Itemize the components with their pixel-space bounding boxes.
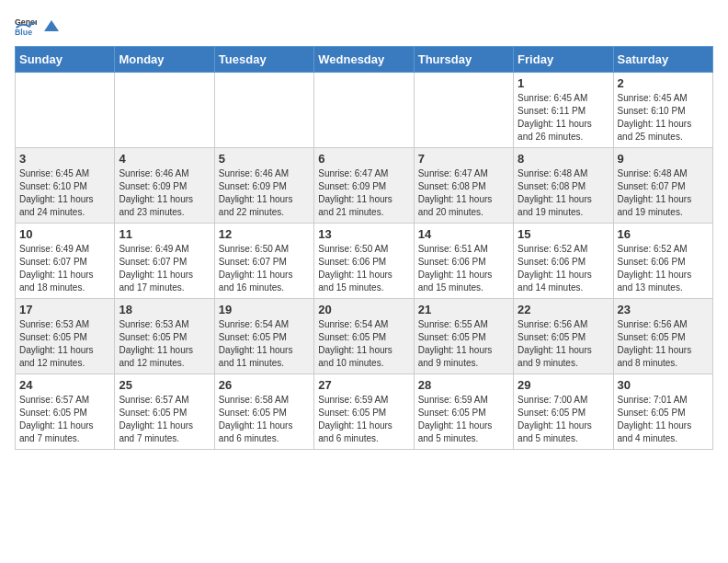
calendar-cell: 1Sunrise: 6:45 AMSunset: 6:11 PMDaylight… bbox=[514, 73, 613, 148]
day-number: 22 bbox=[518, 303, 609, 316]
day-info: Sunrise: 6:57 AMSunset: 6:05 PMDaylight:… bbox=[19, 394, 110, 445]
day-info: Sunrise: 6:45 AMSunset: 6:11 PMDaylight:… bbox=[518, 92, 609, 144]
day-info: Sunrise: 6:53 AMSunset: 6:05 PMDaylight:… bbox=[19, 318, 110, 370]
day-number: 18 bbox=[119, 303, 210, 316]
calendar-cell: 12Sunrise: 6:50 AMSunset: 6:07 PMDayligh… bbox=[214, 224, 313, 299]
calendar-header-wednesday: Wednesday bbox=[314, 47, 414, 73]
calendar-week-row: 24Sunrise: 6:57 AMSunset: 6:05 PMDayligh… bbox=[16, 374, 713, 450]
day-info: Sunrise: 6:49 AMSunset: 6:07 PMDaylight:… bbox=[19, 243, 110, 294]
day-number: 26 bbox=[219, 378, 310, 392]
day-number: 6 bbox=[318, 152, 409, 166]
day-info: Sunrise: 6:45 AMSunset: 6:10 PMDaylight:… bbox=[19, 167, 110, 219]
logo-triangle-icon bbox=[42, 17, 61, 35]
day-number: 15 bbox=[518, 227, 609, 241]
calendar-cell: 21Sunrise: 6:55 AMSunset: 6:05 PMDayligh… bbox=[414, 299, 513, 374]
day-number: 27 bbox=[318, 378, 409, 392]
day-info: Sunrise: 6:47 AMSunset: 6:09 PMDaylight:… bbox=[318, 167, 409, 219]
day-number: 24 bbox=[19, 378, 110, 392]
day-info: Sunrise: 6:50 AMSunset: 6:07 PMDaylight:… bbox=[219, 243, 310, 294]
day-info: Sunrise: 6:59 AMSunset: 6:05 PMDaylight:… bbox=[418, 394, 509, 445]
calendar-week-row: 17Sunrise: 6:53 AMSunset: 6:05 PMDayligh… bbox=[16, 299, 713, 374]
calendar-cell: 4Sunrise: 6:46 AMSunset: 6:09 PMDaylight… bbox=[115, 148, 214, 224]
calendar-cell: 10Sunrise: 6:49 AMSunset: 6:07 PMDayligh… bbox=[16, 224, 115, 299]
svg-marker-2 bbox=[44, 20, 59, 31]
calendar-cell bbox=[115, 73, 214, 148]
day-number: 11 bbox=[119, 227, 210, 241]
day-info: Sunrise: 6:56 AMSunset: 6:05 PMDaylight:… bbox=[618, 318, 709, 370]
day-number: 16 bbox=[618, 227, 709, 241]
day-number: 7 bbox=[418, 152, 509, 166]
day-number: 17 bbox=[19, 303, 110, 316]
calendar-table: SundayMondayTuesdayWednesdayThursdayFrid… bbox=[15, 46, 713, 450]
calendar-cell bbox=[314, 73, 414, 148]
page-header: General Blue bbox=[15, 15, 713, 37]
day-info: Sunrise: 6:54 AMSunset: 6:05 PMDaylight:… bbox=[219, 318, 310, 370]
day-info: Sunrise: 6:56 AMSunset: 6:05 PMDaylight:… bbox=[518, 318, 609, 370]
day-info: Sunrise: 6:52 AMSunset: 6:06 PMDaylight:… bbox=[518, 243, 609, 294]
calendar-cell: 9Sunrise: 6:48 AMSunset: 6:07 PMDaylight… bbox=[613, 148, 712, 224]
calendar-cell: 3Sunrise: 6:45 AMSunset: 6:10 PMDaylight… bbox=[16, 148, 115, 224]
generalblue-logo-icon: General Blue bbox=[15, 15, 37, 37]
day-number: 20 bbox=[318, 303, 409, 316]
calendar-header-row: SundayMondayTuesdayWednesdayThursdayFrid… bbox=[16, 47, 713, 73]
day-number: 19 bbox=[219, 303, 310, 316]
day-number: 21 bbox=[418, 303, 509, 316]
day-info: Sunrise: 7:00 AMSunset: 6:05 PMDaylight:… bbox=[518, 394, 609, 445]
day-info: Sunrise: 6:52 AMSunset: 6:06 PMDaylight:… bbox=[618, 243, 709, 294]
calendar-header-saturday: Saturday bbox=[613, 47, 712, 73]
calendar-cell: 13Sunrise: 6:50 AMSunset: 6:06 PMDayligh… bbox=[314, 224, 414, 299]
calendar-cell: 2Sunrise: 6:45 AMSunset: 6:10 PMDaylight… bbox=[613, 73, 712, 148]
day-info: Sunrise: 6:55 AMSunset: 6:05 PMDaylight:… bbox=[418, 318, 509, 370]
day-number: 8 bbox=[518, 152, 609, 166]
day-number: 14 bbox=[418, 227, 509, 241]
calendar-cell bbox=[214, 73, 313, 148]
calendar-header-sunday: Sunday bbox=[16, 47, 115, 73]
calendar-cell: 8Sunrise: 6:48 AMSunset: 6:08 PMDaylight… bbox=[514, 148, 613, 224]
calendar-cell: 16Sunrise: 6:52 AMSunset: 6:06 PMDayligh… bbox=[613, 224, 712, 299]
calendar-cell: 19Sunrise: 6:54 AMSunset: 6:05 PMDayligh… bbox=[214, 299, 313, 374]
day-info: Sunrise: 6:51 AMSunset: 6:06 PMDaylight:… bbox=[418, 243, 509, 294]
day-number: 29 bbox=[518, 378, 609, 392]
calendar-cell: 18Sunrise: 6:53 AMSunset: 6:05 PMDayligh… bbox=[115, 299, 214, 374]
day-number: 12 bbox=[219, 227, 310, 241]
calendar-header-friday: Friday bbox=[514, 47, 613, 73]
calendar-cell: 25Sunrise: 6:57 AMSunset: 6:05 PMDayligh… bbox=[115, 374, 214, 450]
day-info: Sunrise: 6:48 AMSunset: 6:07 PMDaylight:… bbox=[618, 167, 709, 219]
calendar-cell: 24Sunrise: 6:57 AMSunset: 6:05 PMDayligh… bbox=[16, 374, 115, 450]
calendar-header-thursday: Thursday bbox=[414, 47, 513, 73]
calendar-week-row: 10Sunrise: 6:49 AMSunset: 6:07 PMDayligh… bbox=[16, 224, 713, 299]
calendar-cell: 22Sunrise: 6:56 AMSunset: 6:05 PMDayligh… bbox=[514, 299, 613, 374]
day-info: Sunrise: 6:58 AMSunset: 6:05 PMDaylight:… bbox=[219, 394, 310, 445]
calendar-cell: 5Sunrise: 6:46 AMSunset: 6:09 PMDaylight… bbox=[214, 148, 313, 224]
day-number: 25 bbox=[119, 378, 210, 392]
calendar-cell: 7Sunrise: 6:47 AMSunset: 6:08 PMDaylight… bbox=[414, 148, 513, 224]
day-info: Sunrise: 7:01 AMSunset: 6:05 PMDaylight:… bbox=[618, 394, 709, 445]
day-info: Sunrise: 6:48 AMSunset: 6:08 PMDaylight:… bbox=[518, 167, 609, 219]
day-info: Sunrise: 6:57 AMSunset: 6:05 PMDaylight:… bbox=[119, 394, 210, 445]
day-number: 28 bbox=[418, 378, 509, 392]
calendar-cell: 28Sunrise: 6:59 AMSunset: 6:05 PMDayligh… bbox=[414, 374, 513, 450]
calendar-cell: 11Sunrise: 6:49 AMSunset: 6:07 PMDayligh… bbox=[115, 224, 214, 299]
day-number: 23 bbox=[618, 303, 709, 316]
calendar-cell bbox=[16, 73, 115, 148]
day-number: 2 bbox=[618, 76, 709, 90]
day-info: Sunrise: 6:45 AMSunset: 6:10 PMDaylight:… bbox=[618, 92, 709, 144]
day-number: 13 bbox=[318, 227, 409, 241]
calendar-cell: 26Sunrise: 6:58 AMSunset: 6:05 PMDayligh… bbox=[214, 374, 313, 450]
calendar-cell: 6Sunrise: 6:47 AMSunset: 6:09 PMDaylight… bbox=[314, 148, 414, 224]
calendar-cell: 14Sunrise: 6:51 AMSunset: 6:06 PMDayligh… bbox=[414, 224, 513, 299]
day-info: Sunrise: 6:47 AMSunset: 6:08 PMDaylight:… bbox=[418, 167, 509, 219]
calendar-cell: 17Sunrise: 6:53 AMSunset: 6:05 PMDayligh… bbox=[16, 299, 115, 374]
calendar-week-row: 1Sunrise: 6:45 AMSunset: 6:11 PMDaylight… bbox=[16, 73, 713, 148]
day-info: Sunrise: 6:46 AMSunset: 6:09 PMDaylight:… bbox=[219, 167, 310, 219]
day-number: 1 bbox=[518, 76, 609, 90]
day-info: Sunrise: 6:54 AMSunset: 6:05 PMDaylight:… bbox=[318, 318, 409, 370]
day-info: Sunrise: 6:53 AMSunset: 6:05 PMDaylight:… bbox=[119, 318, 210, 370]
calendar-cell: 20Sunrise: 6:54 AMSunset: 6:05 PMDayligh… bbox=[314, 299, 414, 374]
day-number: 10 bbox=[19, 227, 110, 241]
calendar-cell: 30Sunrise: 7:01 AMSunset: 6:05 PMDayligh… bbox=[613, 374, 712, 450]
calendar-header-monday: Monday bbox=[115, 47, 214, 73]
calendar-cell: 27Sunrise: 6:59 AMSunset: 6:05 PMDayligh… bbox=[314, 374, 414, 450]
logo: General Blue bbox=[15, 15, 61, 37]
calendar-cell: 15Sunrise: 6:52 AMSunset: 6:06 PMDayligh… bbox=[514, 224, 613, 299]
